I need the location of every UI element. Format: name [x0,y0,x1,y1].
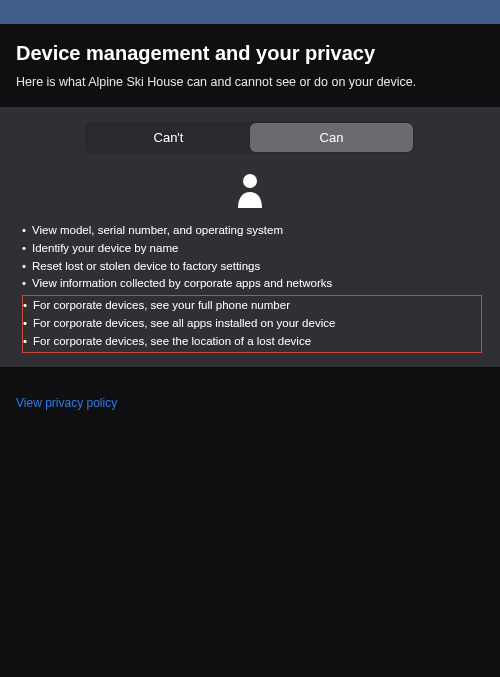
highlighted-permissions: For corporate devices, see your full pho… [22,295,482,352]
list-item: Reset lost or stolen device to factory s… [22,258,482,276]
list-item: View information collected by corporate … [22,275,482,293]
list-item: Identify your device by name [22,240,482,258]
footer: View privacy policy [0,367,500,437]
content-area: Device management and your privacy Here … [0,24,500,89]
svg-point-0 [243,174,257,188]
list-item: For corporate devices, see the location … [23,333,481,351]
top-bar [0,0,500,24]
permissions-list-highlighted: For corporate devices, see your full pho… [23,297,481,350]
person-icon [234,172,266,208]
permissions-list-wrap: View model, serial number, and operating… [0,222,500,353]
permissions-panel: Can't Can View model, serial number, and… [0,107,500,367]
tab-cant[interactable]: Can't [87,123,250,152]
list-item: View model, serial number, and operating… [22,222,482,240]
permissions-list: View model, serial number, and operating… [22,222,482,293]
list-item: For corporate devices, see all apps inst… [23,315,481,333]
segmented-control: Can't Can [85,121,415,154]
tab-can[interactable]: Can [250,123,413,152]
page-title: Device management and your privacy [16,42,484,65]
list-item: For corporate devices, see your full pho… [23,297,481,315]
page-subtitle: Here is what Alpine Ski House can and ca… [16,75,484,89]
privacy-policy-link[interactable]: View privacy policy [16,396,117,410]
